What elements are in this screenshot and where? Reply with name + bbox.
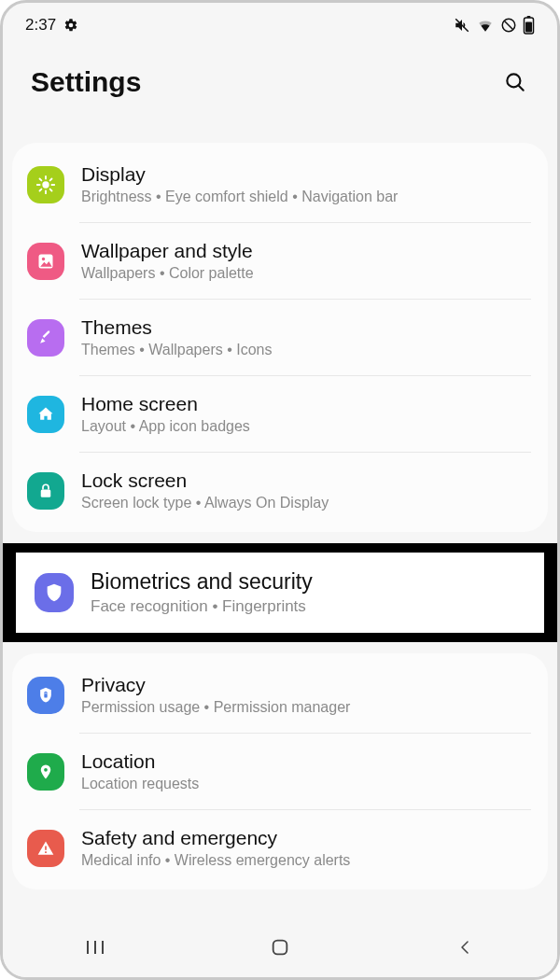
settings-item-title: Home screen xyxy=(81,393,250,415)
settings-item-wallpaper[interactable]: Wallpaper and style Wallpapers • Color p… xyxy=(12,223,548,299)
settings-item-sub: Permission usage • Permission manager xyxy=(81,699,350,716)
svg-line-13 xyxy=(39,178,41,180)
safety-icon xyxy=(27,830,64,867)
header: Settings xyxy=(3,42,557,130)
settings-item-sub: Brightness • Eye comfort shield • Naviga… xyxy=(81,189,398,205)
svg-line-2 xyxy=(505,21,513,30)
settings-scroll[interactable]: Display Brightness • Eye comfort shield … xyxy=(3,143,557,917)
device-frame: 2:37 Settings xyxy=(0,0,560,980)
settings-item-safety[interactable]: Safety and emergency Medical info • Wire… xyxy=(12,810,548,886)
settings-item-sub: Face recognition • Fingerprints xyxy=(91,597,313,616)
lock-icon xyxy=(27,472,64,510)
settings-item-sub: Screen lock type • Always On Display xyxy=(81,495,329,511)
settings-item-home[interactable]: Home screen Layout • App icon badges xyxy=(12,376,548,452)
status-bar: 2:37 xyxy=(3,3,557,42)
svg-point-8 xyxy=(42,181,49,188)
svg-line-14 xyxy=(50,189,52,190)
gear-icon xyxy=(63,18,78,33)
nav-home[interactable] xyxy=(252,929,308,966)
nav-recents[interactable] xyxy=(67,929,123,966)
themes-icon xyxy=(27,319,64,357)
status-time: 2:37 xyxy=(25,16,56,35)
search-button[interactable] xyxy=(501,68,529,96)
svg-point-18 xyxy=(42,257,45,259)
settings-item-biometrics[interactable]: Biometrics and security Face recognition… xyxy=(16,553,544,633)
settings-item-title: Themes xyxy=(81,316,272,339)
settings-card-1: Display Brightness • Eye comfort shield … xyxy=(12,143,548,532)
settings-item-title: Lock screen xyxy=(81,469,329,492)
search-icon xyxy=(503,70,527,94)
svg-rect-4 xyxy=(527,16,531,18)
settings-item-sub: Wallpapers • Color palette xyxy=(81,265,254,282)
settings-item-lock[interactable]: Lock screen Screen lock type • Always On… xyxy=(12,453,548,528)
settings-item-title: Location xyxy=(81,750,199,773)
nav-bar xyxy=(3,917,557,977)
location-icon xyxy=(27,753,64,791)
svg-line-16 xyxy=(50,178,52,180)
wallpaper-icon xyxy=(27,243,64,280)
battery-icon xyxy=(523,16,535,35)
page-title: Settings xyxy=(31,66,141,98)
nav-back[interactable] xyxy=(437,929,493,966)
svg-rect-19 xyxy=(41,489,51,497)
svg-rect-20 xyxy=(44,693,47,697)
home-icon xyxy=(27,396,64,433)
settings-item-title: Wallpaper and style xyxy=(81,240,254,262)
mute-icon xyxy=(454,17,470,34)
no-data-icon xyxy=(500,17,517,34)
settings-item-location[interactable]: Location Location requests xyxy=(12,734,548,809)
settings-item-display[interactable]: Display Brightness • Eye comfort shield … xyxy=(12,147,548,222)
settings-item-sub: Themes • Wallpapers • Icons xyxy=(81,342,272,358)
settings-item-themes[interactable]: Themes Themes • Wallpapers • Icons xyxy=(12,300,548,375)
svg-line-15 xyxy=(39,189,41,190)
wifi-icon xyxy=(476,17,495,34)
shield-icon xyxy=(35,573,74,612)
display-icon xyxy=(27,166,64,203)
settings-item-sub: Layout • App icon badges xyxy=(81,418,250,435)
settings-item-privacy[interactable]: Privacy Permission usage • Permission ma… xyxy=(12,657,548,733)
settings-item-sub: Medical info • Wireless emergency alerts xyxy=(81,852,350,869)
privacy-icon xyxy=(27,677,64,714)
settings-item-title: Biometrics and security xyxy=(91,569,313,595)
settings-card-2: Privacy Permission usage • Permission ma… xyxy=(12,653,548,889)
svg-line-7 xyxy=(518,85,523,90)
settings-item-sub: Location requests xyxy=(81,776,199,792)
svg-rect-5 xyxy=(525,22,532,33)
svg-rect-24 xyxy=(273,941,287,955)
highlight-callout: Biometrics and security Face recognition… xyxy=(3,543,557,642)
settings-item-title: Display xyxy=(81,163,398,186)
settings-item-title: Privacy xyxy=(81,674,350,696)
settings-item-title: Safety and emergency xyxy=(81,827,350,849)
